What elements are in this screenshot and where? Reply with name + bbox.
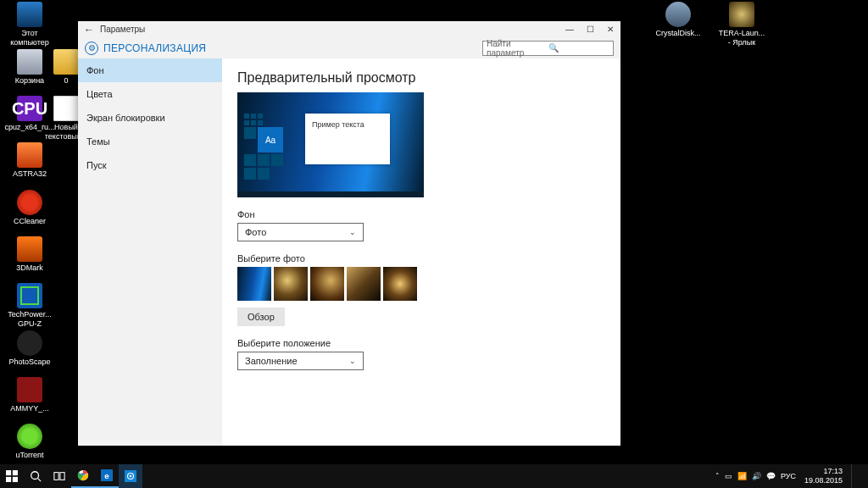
tray-network-icon[interactable]: 📶: [737, 472, 747, 480]
fit-label: Выберите положение: [237, 338, 605, 348]
settings-window: ← Параметры — ☐ ✕ ⚙ ПЕРСОНАЛИЗАЦИЯ Найти…: [78, 21, 620, 446]
svg-point-14: [130, 475, 132, 478]
search-input[interactable]: Найти параметр 🔍: [482, 41, 614, 56]
section-header: ⚙ ПЕРСОНАЛИЗАЦИЯ Найти параметр 🔍: [78, 37, 620, 58]
taskbar-app-chrome[interactable]: [71, 464, 95, 488]
desktop-icon-this-pc[interactable]: Этот компьютер: [4, 2, 55, 47]
system-tray: ˄ ▭ 📶 🔊 💬 РУС 17:13 19.08.2015: [715, 464, 868, 488]
search-taskbar-icon[interactable]: [24, 464, 47, 488]
sidebar-item-lockscreen[interactable]: Экран блокировки: [78, 106, 222, 130]
maximize-button[interactable]: ☐: [580, 21, 600, 37]
taskbar: e ˄ ▭ 📶 🔊 💬 РУС 17:13 19.08.2015: [0, 464, 868, 488]
svg-text:e: e: [104, 471, 109, 480]
desktop-icon-ccleaner[interactable]: CCleaner: [4, 190, 55, 226]
fit-combo[interactable]: Заполнение ⌄: [237, 352, 364, 370]
svg-rect-2: [6, 477, 11, 482]
tray-notifications-icon[interactable]: 💬: [766, 472, 776, 480]
svg-rect-0: [6, 470, 11, 475]
svg-point-4: [31, 472, 39, 480]
desktop-icon-gpuz[interactable]: TechPower... GPU-Z: [4, 283, 55, 329]
photo-thumbnails: [237, 267, 605, 301]
show-desktop-button[interactable]: [851, 464, 863, 488]
photo-thumb-5[interactable]: [383, 267, 417, 301]
tray-action-center-icon[interactable]: ▭: [725, 472, 732, 480]
content-area: Предварительный просмотр Aa Пример текст…: [222, 58, 620, 446]
close-button[interactable]: ✕: [600, 21, 620, 37]
background-type-combo[interactable]: Фото ⌄: [237, 223, 364, 241]
taskbar-app-edge[interactable]: e: [95, 464, 119, 488]
titlebar: ← Параметры — ☐ ✕: [78, 21, 620, 37]
tray-volume-icon[interactable]: 🔊: [752, 472, 761, 480]
taskbar-clock[interactable]: 17:13 19.08.2015: [801, 467, 846, 485]
choose-photo-label: Выберите фото: [237, 253, 605, 263]
svg-rect-1: [13, 470, 18, 475]
chevron-down-icon: ⌄: [349, 357, 356, 365]
svg-rect-7: [60, 473, 64, 480]
photo-thumb-2[interactable]: [274, 267, 308, 301]
preview-sample-window: Пример текста: [305, 114, 390, 164]
desktop-icon-3dmark[interactable]: 3DMark: [4, 236, 55, 273]
tray-language[interactable]: РУС: [781, 472, 796, 480]
back-button[interactable]: ←: [78, 24, 100, 36]
background-label: Фон: [237, 209, 605, 219]
preview-image: Aa Пример текста: [237, 92, 424, 197]
photo-thumb-1[interactable]: [237, 267, 271, 301]
gear-icon: ⚙: [85, 42, 98, 55]
browse-button[interactable]: Обзор: [237, 308, 285, 326]
desktop-icon-astra32[interactable]: ASTRA32: [4, 142, 55, 179]
search-icon: 🔍: [548, 43, 610, 53]
preview-heading: Предварительный просмотр: [237, 70, 605, 86]
photo-thumb-3[interactable]: [310, 267, 344, 301]
svg-line-5: [38, 479, 42, 482]
chevron-down-icon: ⌄: [349, 228, 356, 236]
section-title: ПЕРСОНАЛИЗАЦИЯ: [103, 42, 206, 54]
taskview-icon[interactable]: [47, 464, 71, 488]
desktop-icon-photoscape[interactable]: PhotoScape: [4, 330, 55, 367]
taskbar-app-settings[interactable]: [119, 464, 142, 488]
desktop-icon-crystaldisk[interactable]: CrystalDisk...: [653, 2, 704, 38]
desktop-icon-tera[interactable]: TERA-Laun... - Ярлык: [716, 2, 767, 47]
sidebar-item-background[interactable]: Фон: [78, 58, 222, 82]
minimize-button[interactable]: —: [559, 21, 580, 37]
sidebar-item-themes[interactable]: Темы: [78, 130, 222, 153]
photo-thumb-4[interactable]: [347, 267, 381, 301]
search-placeholder: Найти параметр: [487, 39, 548, 58]
desktop-icon-utorrent[interactable]: uTorrent: [4, 424, 55, 460]
svg-rect-6: [54, 473, 58, 480]
sidebar-item-start[interactable]: Пуск: [78, 153, 222, 177]
start-button[interactable]: [0, 464, 24, 488]
sidebar: Фон Цвета Экран блокировки Темы Пуск: [78, 58, 222, 446]
sidebar-item-colors[interactable]: Цвета: [78, 82, 222, 106]
window-title: Параметры: [100, 25, 145, 34]
svg-rect-3: [13, 477, 18, 482]
tray-expand-icon[interactable]: ˄: [715, 472, 720, 480]
desktop-icon-ammyy[interactable]: AMMYY_...: [4, 377, 55, 413]
